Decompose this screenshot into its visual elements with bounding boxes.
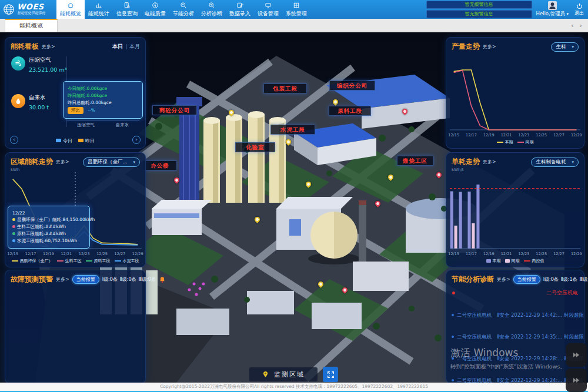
panel-title: 单耗走势 <box>452 157 480 167</box>
current-alarm-button[interactable]: 当前报警 <box>513 275 540 284</box>
nav-item-info-query[interactable]: 信息查询 <box>113 0 141 19</box>
legend-item: 同期 <box>517 139 534 145</box>
panel-title: 节能分析诊断 <box>452 274 494 284</box>
more-link[interactable]: 更多> <box>56 276 69 283</box>
person-icon <box>548 1 557 10</box>
legend-item: 原料工段 <box>86 258 111 264</box>
map-label-calcining-area[interactable]: 煅烧工区 <box>397 156 433 166</box>
alarm-list-item[interactable]: 二号空压机电机 Ⅱ安全 2022-12-29 14:42:... 时段超限-关.… <box>446 312 584 319</box>
alarm-list-item[interactable]: 二号空压机电机 Ⅱ安全 2022-12-29 14:35:... 时段超限-关.… <box>446 334 584 341</box>
nav-item-energy-overview[interactable]: 能耗概览 <box>56 0 85 19</box>
panel-title: 产量走势 <box>452 42 480 52</box>
greeting: Hello,管理员 <box>536 11 569 18</box>
doc-search-icon <box>123 2 131 9</box>
alarm-list-item[interactable]: 二号空压机电机 Ⅱ安全 2022-12-29 14:24:... 时段超限-关.… <box>446 377 584 383</box>
power-quality-icon <box>152 2 159 9</box>
map-label-laboratory[interactable]: 化验室 <box>235 142 275 152</box>
water-drop-icon <box>11 94 25 108</box>
day-month-toggle[interactable]: 本日本月 <box>112 43 140 51</box>
panel-production-trend: 产量走势 更多> 生料 12/1512/1712/1912/2112/2312/… <box>446 37 584 149</box>
region-trend-tooltip: 12/22 昌鹏环保（全厂）能耗:84,150.00kWh 生料工区能耗:###… <box>8 206 90 249</box>
x-tick-label: 12/23 <box>519 252 530 256</box>
x-tick-label: 12/15 <box>448 133 459 138</box>
app-window: WOES 智能优化节能系统 能耗概览 能耗统计 信息查询 电能质量 节能分析 分… <box>0 0 588 392</box>
alarm-list-item[interactable]: 二号空压机电机 Ⅱ安全 2022-12-29 14:28:... 时段超限-关.… <box>446 356 584 363</box>
prev-icon[interactable] <box>10 136 18 144</box>
x-tick-label: 12/21 <box>501 252 512 256</box>
map-label-packing-section[interactable]: 包装工段 <box>263 83 307 93</box>
map-label-weaving-branch[interactable]: 编织分公司 <box>329 81 375 91</box>
nav-right: 暂无报警信息 暂无报警信息 Hello,管理员 退出 <box>426 0 588 19</box>
nav-item-diagnosis[interactable]: 分析诊断 <box>198 0 226 19</box>
map-label-office-building[interactable]: 办公楼 <box>143 160 177 170</box>
logout-button[interactable]: 退出 <box>573 3 586 16</box>
ratio-button[interactable]: 环比 <box>68 107 83 114</box>
diagnosis-icon <box>208 2 215 9</box>
nav-item-device-mgmt[interactable]: 设备管理 <box>254 0 282 19</box>
x-tick-label: 12/25 <box>96 252 108 256</box>
level3-count: Ⅲ级:0条 <box>139 276 156 283</box>
x-tick-label: 12/19 <box>483 133 495 138</box>
energy-board-tooltip: 今日能耗:0.00kgce 昨日能耗:0.00kgce 昨日总能耗:0.00kg… <box>63 81 143 119</box>
panel-unit-trend: 单耗走势 更多> 生料制备电耗 kWh/t 12/1512/1712/1912/… <box>446 152 584 267</box>
level1-count: Ⅰ级:0条 <box>102 276 118 283</box>
media-widget-icon <box>572 350 581 360</box>
panel-analysis-diagnosis: 节能分析诊断 更多> 当前报警 Ⅰ级:0条 Ⅱ级:1条 Ⅲ级:0条 二号空压机电… <box>446 270 584 383</box>
y-axis-label: kWh/t <box>452 167 464 172</box>
data-entry-icon <box>236 2 243 9</box>
x-tick-label: 12/29 <box>132 252 143 256</box>
x-tick-label: 12/23 <box>79 252 90 256</box>
unit-select[interactable]: 生料制备电耗 <box>531 158 579 167</box>
app-title: WOES <box>17 4 45 11</box>
level1-count: Ⅰ级:0条 <box>543 276 559 283</box>
unit-trend-chart: 12/1512/1712/1912/2112/2312/2512/2712/29… <box>450 168 580 264</box>
tab-scroll-left-icon[interactable] <box>571 22 573 29</box>
footer-copyright: Copyright@2015-2022万洲电气股份有限公司All rights … <box>0 383 588 392</box>
more-link[interactable]: 更多> <box>56 159 69 165</box>
more-link[interactable]: 更多> <box>42 43 55 50</box>
user-menu[interactable]: Hello,管理员 <box>536 1 569 18</box>
nav-item-system-mgmt[interactable]: 系统管理 <box>282 0 310 19</box>
ratio-value: --% <box>88 108 95 113</box>
x-tick-label: 12/21 <box>501 133 512 138</box>
product-select[interactable]: 生料 <box>551 42 579 52</box>
legend-item: 本期 <box>486 258 501 264</box>
floating-media-widget-2[interactable] <box>566 368 587 392</box>
fullscreen-button[interactable] <box>323 367 338 382</box>
level2-count: Ⅱ级:1条 <box>561 276 577 283</box>
air-icon <box>11 56 25 71</box>
more-link[interactable]: 更多> <box>483 43 496 50</box>
floating-media-widget-1[interactable] <box>566 343 587 367</box>
x-tick-label: 12/29 <box>571 133 582 138</box>
map-label-cement-section[interactable]: 水泥工段 <box>270 125 315 135</box>
panel-title: 故障预测预警 <box>11 274 53 284</box>
nav-item-power-quality[interactable]: 电能质量 <box>141 0 169 19</box>
more-link[interactable]: 更多> <box>483 159 496 165</box>
nav-item-energy-analysis[interactable]: 节能分析 <box>169 0 198 19</box>
monitor-region-button[interactable]: 监测区域 <box>249 367 318 381</box>
production-trend-chart: 12/1512/1712/1912/2112/2312/2512/2712/29… <box>450 53 580 146</box>
y-axis-label: kWh <box>11 167 19 172</box>
current-alarm-button[interactable]: 当前报警 <box>72 275 99 284</box>
nav-item-energy-stats[interactable]: 能耗统计 <box>85 0 113 19</box>
x-tick-label: 12/17 <box>466 252 477 256</box>
panel-title: 能耗看板 <box>11 42 39 52</box>
next-icon[interactable] <box>132 136 141 144</box>
x-tick-label: 12/27 <box>114 252 125 256</box>
kpi-tap-water: 自来水 30.00 t <box>11 94 68 110</box>
alarm-marquee: 二号空压机电 <box>446 286 584 297</box>
x-tick-label: 12/27 <box>553 252 564 256</box>
x-tick-label: 12/15 <box>448 252 459 256</box>
bar-chart-icon <box>95 2 102 9</box>
region-select[interactable]: 昌鹏环保（全厂... <box>83 158 140 167</box>
x-tick-label: 12/23 <box>519 133 530 138</box>
x-tick-label: 12/25 <box>536 133 547 138</box>
globe-icon <box>3 4 15 15</box>
more-link[interactable]: 更多> <box>497 276 510 283</box>
tab-energy-overview[interactable]: 能耗概览 <box>5 19 58 32</box>
map-label-raw-material-section[interactable]: 原料工段 <box>329 106 371 116</box>
power-icon <box>576 3 583 9</box>
nav-item-data-entry[interactable]: 数据录入 <box>226 0 254 19</box>
map-label-concrete-branch[interactable]: 商砼分公司 <box>152 105 197 115</box>
tab-scroll-right-icon[interactable] <box>580 22 582 29</box>
